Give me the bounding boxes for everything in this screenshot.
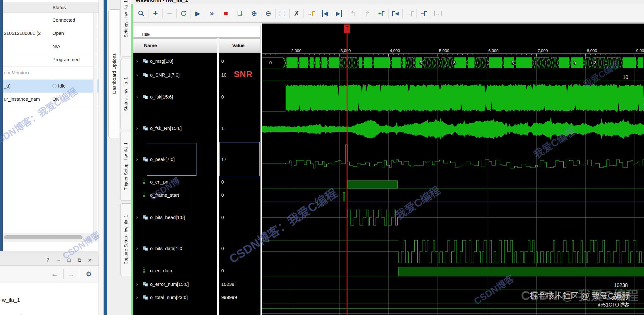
add-trigger-button[interactable]: + [374,7,388,20]
expand-icon[interactable]: › [136,125,138,131]
trigger-position-button[interactable]: → [403,7,416,20]
zoom-fit-button[interactable] [276,7,289,20]
run-all-button[interactable]: » [205,7,219,20]
tab-trigger-setup-hw-ila-1[interactable]: Trigger Setup - hw_ila_1 [120,132,131,201]
run-button[interactable]: ▶ [191,7,205,20]
status-cell: Open [52,30,64,36]
help-icon[interactable]: ? [46,257,49,263]
gear-icon[interactable]: ⚙ [86,270,92,278]
expand-icon[interactable]: › [136,156,138,163]
forward-arrow-icon[interactable]: → [67,270,74,278]
signal-row-o-error-num-15-0-[interactable]: ›o_error_num[15:0] [133,280,217,290]
maximize-icon[interactable]: □ [67,257,71,263]
svg-text:0: 0 [269,60,272,65]
hardware-table-row[interactable]: ur_instance_namOK [3,93,99,106]
hardware-table-row[interactable]: N/A [3,40,99,53]
remove-trigger-button[interactable]: − [417,7,431,20]
signal-row-o-fsk-15-6-[interactable]: ›o_fsk[15:6] [133,92,217,102]
signal-row-o-bits-head-1-0-[interactable]: ›o_bits_head[1:0] [133,213,217,223]
signal-name: o_fsk_Rn[15:6] [150,125,182,131]
scroll-next-icon[interactable]: › [95,234,97,242]
horizontal-scrollbar[interactable]: › [3,233,99,242]
svg-text:3,000: 3,000 [341,48,351,53]
crosshair-off-button[interactable]: ✗ [290,7,303,20]
status-cell: Idle [52,83,66,88]
device-name-cell: em Monitor) [4,70,29,75]
signal-value: 0 [221,58,224,64]
run-trigger-button[interactable] [177,7,191,20]
vertical-scrollbar[interactable] [93,13,97,235]
signal-row-o-total-num-23-0-[interactable]: ›o_total_num[23:0] [133,293,217,303]
waveform-canvas[interactable]: 03330310102389999992,0003,0004,0005,0006… [262,24,644,315]
remove-button[interactable]: − [163,7,176,20]
stop-button[interactable]: ■ [219,7,233,20]
signal-row-o-en-pn[interactable]: 10o_en_pn [133,177,217,187]
svg-text:6,000: 6,000 [488,48,499,53]
hardware-status-panel: Status Connected210512180081 (2OpenN/APr… [3,0,99,251]
hardware-table-row[interactable]: em Monitor) [3,67,99,80]
float-icon[interactable]: ⧉ [78,257,81,263]
expand-icon[interactable]: › [136,294,138,301]
selected-signal-value-outline [219,142,260,176]
svg-text:7,000: 7,000 [538,48,548,53]
tab-dashboard-options[interactable]: Dashboard Options [108,9,120,138]
fit-range-button[interactable]: ↔ [431,7,445,20]
expand-icon[interactable]: › [136,245,138,252]
panel-toolbar: ← → ⚙ [0,266,99,283]
zoom-out-button[interactable]: ⊖ [261,7,275,20]
zoom-in-button[interactable]: ⊕ [247,7,261,20]
toolbar-separator [63,269,64,279]
svg-text:3: 3 [420,60,422,65]
tab-status-hw-ila-1[interactable]: Status - hw_ila_1 [120,59,131,129]
expand-icon[interactable]: › [136,72,138,78]
expand-icon[interactable]: › [136,214,138,221]
next-button[interactable]: ▶ [332,7,346,20]
tab-settings-hw-ila-1[interactable]: Settings - hw_ila_1 [120,0,131,56]
signal-row-o-bits-data-1-0-[interactable]: ›o_bits_data[1:0] [133,244,217,254]
hardware-table-row[interactable]: _u)Idle [3,80,99,93]
hardware-table-row[interactable]: Connected [3,14,99,27]
expand-icon[interactable]: › [136,58,138,64]
back-arrow-icon[interactable]: ← [51,270,58,278]
tab-label: Capture Setup - hw_ila_1 [123,215,128,264]
expand-icon[interactable]: › [136,281,138,287]
window-border-strip [0,0,3,251]
signal-value: 0 [221,215,224,220]
panel-content: w_ila_1 ll [0,283,99,315]
export-button[interactable] [233,7,247,20]
hardware-table-row[interactable]: 210512180081 (2Open [3,27,99,40]
undo-button[interactable]: ↰ [346,7,360,20]
search-button[interactable] [134,7,148,20]
signal-row-o-frame-start[interactable]: 10o_frame_start [133,190,217,200]
minimize-icon[interactable]: – [57,257,60,263]
signal-value: 1 [221,125,224,131]
value-column-header[interactable]: Value [219,38,260,53]
scrollbar-thumb[interactable] [4,235,83,239]
tab-capture-setup-hw-ila-1[interactable]: Capture Setup - hw_ila_1 [120,203,131,276]
close-icon[interactable]: ✕ [88,257,92,263]
svg-text:9,000: 9,000 [636,48,644,53]
expand-icon[interactable]: › [136,94,138,100]
previous-button[interactable]: ◀ [318,7,332,20]
signal-row-o-en-data[interactable]: 10o_en_data [133,266,217,276]
add-button[interactable]: + [148,7,162,20]
signal-row-o-SNR-1-7-0-[interactable]: ›o_SNR_1[7:0] [133,70,217,80]
tab-label: Status - hw_ila_1 [123,77,128,111]
waveform-window-title: Waveform - hw_ila_1 [131,0,644,4]
bus-signal-icon [143,73,148,77]
redo-button[interactable]: ↱ [360,7,374,20]
hardware-table-row[interactable]: Programmed [3,53,99,67]
snr-annotation: SNR [234,70,253,79]
signal-value: 999999 [221,295,237,300]
trigger-start-button[interactable]: ◀ [389,7,402,20]
svg-text:5,000: 5,000 [439,48,449,53]
signal-value: 10238 [221,281,234,287]
svg-text:3: 3 [453,60,456,65]
go-to-trigger-button[interactable]: → [304,7,318,20]
window-border-bar [104,0,107,315]
device-name-cell: ur_instance_nam [4,96,40,102]
signal-row-o-msg-1-0-[interactable]: ›o_msg[1:0] [133,56,217,67]
bit-signal-icon: 10 [143,179,145,185]
name-column-header[interactable]: Name [133,38,217,53]
signal-row-o-fsk-Rn-15-6-[interactable]: ›o_fsk_Rn[15:6] [133,124,217,134]
